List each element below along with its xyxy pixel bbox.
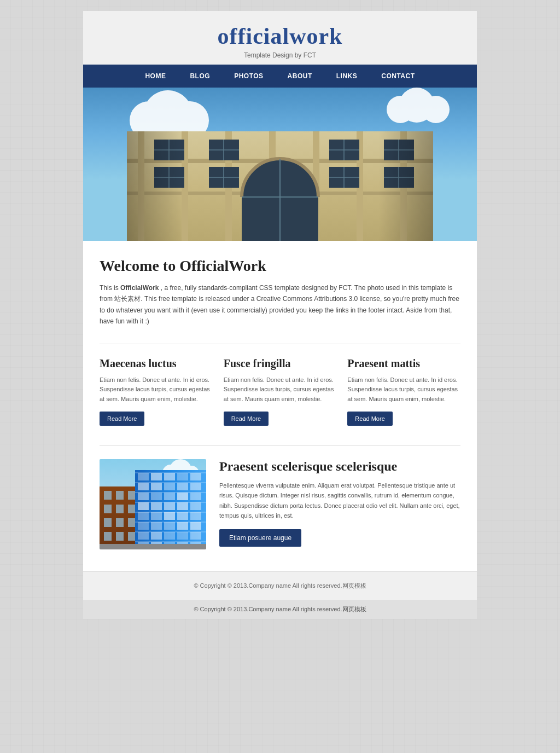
col-text-1: Etiam non felis. Donec ut ante. In id er…: [100, 375, 213, 404]
nav-blog[interactable]: BLOG: [178, 65, 222, 88]
main-nav: HOME BLOG PHOTOS ABOUT LINKS CONTACT: [83, 65, 477, 88]
featured-section: Praesent scelerisque scelerisque Pellent…: [100, 445, 460, 549]
featured-canvas: [100, 459, 206, 549]
featured-image: [100, 459, 206, 549]
hero-image: [83, 88, 477, 241]
site-header: officialwork Template Design by FCT: [83, 11, 477, 65]
footer-text: © Copyright © 2013.Company name All righ…: [194, 582, 366, 589]
read-more-btn-3[interactable]: Read More: [347, 412, 392, 426]
featured-content: Praesent scelerisque scelerisque Pellent…: [219, 459, 460, 549]
col-item-3: Praesent mattis Etiam non felis. Donec u…: [347, 357, 460, 426]
site-title: officialwork: [83, 23, 477, 49]
col-title-1: Maecenas luctus: [100, 357, 213, 370]
nav-photos[interactable]: PHOTOS: [222, 65, 275, 88]
page-wrapper: officialwork Template Design by FCT HOME…: [83, 11, 477, 600]
bottom-bar: © Copyright © 2013.Company name All righ…: [83, 600, 477, 619]
bottom-bar-text: © Copyright © 2013.Company name All righ…: [194, 606, 366, 612]
col-title-2: Fusce fringilla: [224, 357, 337, 370]
nav-links[interactable]: LINKS: [324, 65, 370, 88]
col-text-2: Etiam non felis. Donec ut ante. In id er…: [224, 375, 337, 404]
featured-button[interactable]: Etiam posuere augue: [219, 529, 301, 547]
site-subtitle: Template Design by FCT: [83, 51, 477, 59]
nav-home[interactable]: HOME: [133, 65, 178, 88]
welcome-title: Welcome to OfficialWork: [100, 257, 460, 275]
col-title-3: Praesent mattis: [347, 357, 460, 370]
read-more-btn-2[interactable]: Read More: [224, 412, 269, 426]
col-item-2: Fusce fringilla Etiam non felis. Donec u…: [224, 357, 337, 426]
site-footer: © Copyright © 2013.Company name All righ…: [83, 571, 477, 600]
nav-contact[interactable]: CONTACT: [369, 65, 427, 88]
hero-canvas: [83, 88, 477, 241]
read-more-btn-1[interactable]: Read More: [100, 412, 144, 426]
featured-text: Pellentesque viverra vulputate enim. Ali…: [219, 480, 460, 520]
three-col-section: Maecenas luctus Etiam non felis. Donec u…: [100, 344, 460, 426]
welcome-text: This is OfficialWork , a free, fully sta…: [100, 282, 460, 327]
featured-title: Praesent scelerisque scelerisque: [219, 459, 460, 474]
col-text-3: Etiam non felis. Donec ut ante. In id er…: [347, 375, 460, 404]
main-content: Welcome to OfficialWork This is Official…: [83, 241, 477, 571]
nav-about[interactable]: ABOUT: [276, 65, 324, 88]
col-item-1: Maecenas luctus Etiam non felis. Donec u…: [100, 357, 213, 426]
